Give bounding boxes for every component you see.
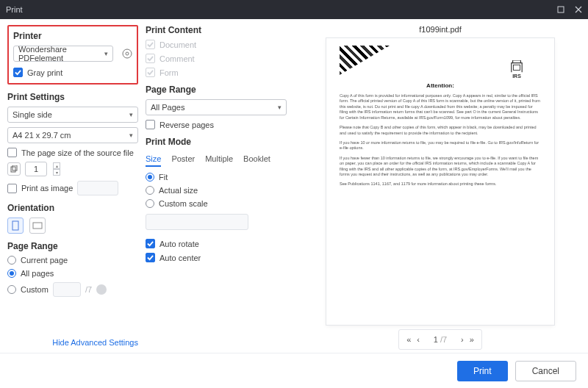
print-button[interactable]: Print [457,361,508,381]
auto-rotate-checkbox[interactable]: Auto rotate [146,239,287,248]
svg-point-2 [126,52,129,55]
svg-rect-3 [11,167,15,172]
preview-paragraph: If you have 10 or more information retur… [340,140,541,151]
fit-radio[interactable]: Fit [146,173,287,182]
close-icon[interactable] [575,6,582,13]
attention-heading: Attention: [340,82,541,89]
preview-paragraph: Please note that Copy B and other copies… [340,125,541,136]
tab-multiple[interactable]: Multiple [205,154,233,167]
footer: Print Cancel [0,353,588,388]
app-body: Printer Wondershare PDFelement ▾ Gray pr… [0,19,588,353]
svg-rect-4 [12,165,17,170]
pager-prev[interactable]: ‹ [417,335,420,344]
pager-first[interactable]: « [406,335,411,344]
gray-print-checkbox[interactable]: Gray print [13,68,132,77]
chevron-down-icon: ▾ [278,104,282,111]
source-size-checkbox[interactable]: The page size of the source file [7,148,138,157]
page-preview: IRS Attention: Copy A of this form is pr… [326,38,554,325]
chevron-down-icon: ▾ [129,132,133,139]
preview-panel: f1099int.pdf IRS Attention: Copy A of th… [293,19,588,353]
custom-scale-input [146,214,248,230]
maximize-icon[interactable] [557,6,564,13]
sides-select[interactable]: Single side▾ [7,107,138,123]
pager: « ‹ 1 /7 › » [398,329,482,350]
content-comment-checkbox[interactable]: Comment [146,54,287,63]
preview-filename: f1099int.pdf [419,25,462,34]
help-icon[interactable] [96,284,107,295]
mid-page-range-title: Page Range [146,85,287,95]
copies-stepper[interactable]: ▴▾ [53,162,60,176]
printer-select-value: Wondershare PDFelement [18,45,99,62]
orientation-landscape[interactable] [29,218,46,234]
tab-size[interactable]: Size [146,154,161,167]
left-page-range-title: Page Range [7,241,138,251]
pager-total: /7 [440,335,447,344]
orientation-title: Orientation [7,203,138,213]
reverse-pages-checkbox[interactable]: Reverse pages [146,120,287,129]
print-settings-title: Print Settings [7,92,138,102]
source-size-label: The page size of the source file [21,148,134,157]
print-content-title: Print Content [146,25,287,35]
flag-icon [340,46,390,75]
advanced-settings-link[interactable]: Hide Advanced Settings [7,331,138,347]
print-as-image-label: Print as image [21,184,73,193]
svg-rect-6 [33,223,42,229]
all-pages-radio[interactable]: All pages [7,269,138,278]
left-panel: Printer Wondershare PDFelement ▾ Gray pr… [0,19,146,353]
print-mode-tabs: Size Poster Multiple Booklet [146,154,287,167]
actual-size-radio[interactable]: Actual size [146,186,287,195]
svg-rect-0 [558,7,564,12]
print-mode-title: Print Mode [146,137,287,147]
middle-panel: Print Content Document Comment Form Page… [146,19,293,353]
printer-highlight-box: Printer Wondershare PDFelement ▾ Gray pr… [7,25,138,85]
window-title: Print [6,5,23,14]
printer-section-title: Printer [13,31,132,41]
printer-properties-icon[interactable] [122,48,132,59]
printer-select[interactable]: Wondershare PDFelement ▾ [13,46,113,62]
pager-last[interactable]: » [470,335,474,344]
current-page-radio[interactable]: Current page [7,256,138,265]
content-form-checkbox[interactable]: Form [146,68,287,77]
tab-poster[interactable]: Poster [171,154,195,167]
svg-rect-7 [514,65,520,70]
svg-point-1 [123,49,132,58]
copies-input[interactable]: 1 [25,162,47,176]
gray-print-label: Gray print [27,68,62,77]
svg-rect-5 [12,221,18,230]
pager-current[interactable]: 1 [434,335,438,344]
pager-next[interactable]: › [461,335,464,344]
chevron-down-icon: ▾ [129,111,133,118]
paper-select[interactable]: A4 21 x 29.7 cm▾ [7,127,138,143]
print-as-image-checkbox[interactable]: Print as image [7,181,138,195]
preview-paragraph: See Publications 1141, 1167, and 1179 fo… [340,182,541,187]
chevron-down-icon: ▾ [104,50,108,57]
custom-range-radio[interactable]: Custom [7,285,49,294]
preview-paragraph: If you have fewer than 10 information re… [340,156,541,178]
collate-icon[interactable] [7,162,21,176]
orientation-portrait[interactable] [7,218,24,234]
titlebar: Print [0,0,588,19]
auto-center-checkbox[interactable]: Auto center [146,253,287,262]
tab-booklet[interactable]: Booklet [243,154,270,167]
irs-logo: IRS [509,60,525,79]
range-total: /7 [85,285,92,294]
custom-range-input[interactable] [53,282,81,297]
page-range-select[interactable]: All Pages▾ [146,99,287,115]
preview-paragraph: Copy A of this form is provided for info… [340,93,541,121]
custom-scale-radio[interactable]: Custom scale [146,199,287,208]
print-as-image-dpi [77,181,118,195]
content-document-checkbox[interactable]: Document [146,40,287,49]
cancel-button[interactable]: Cancel [515,361,576,381]
